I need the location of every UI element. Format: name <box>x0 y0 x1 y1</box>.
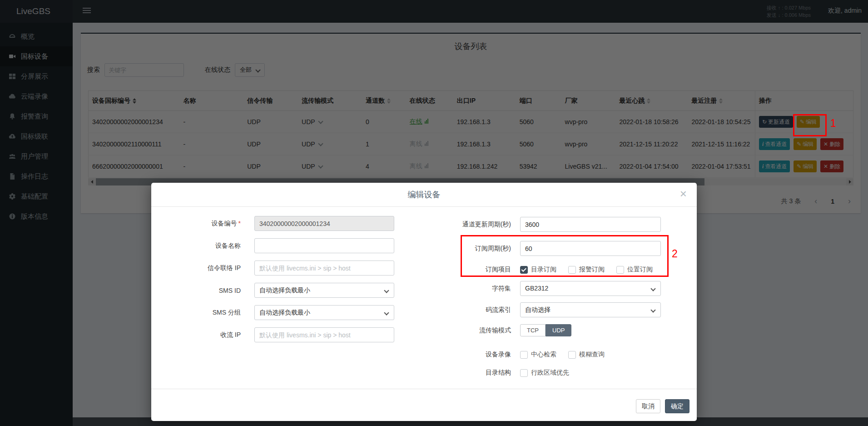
form-row-sms-group: SMS 分组 自动选择负载最小 <box>151 305 394 320</box>
livegbs-app: LiveGBS 概览 国标设备 分屏展示 云端录像 报警查询 <box>0 0 868 426</box>
cancel-button[interactable]: 取消 <box>636 399 660 413</box>
tcp-option-button[interactable]: TCP <box>520 324 546 336</box>
form-row-channel-period: 通道更新周期(秒) <box>433 217 661 232</box>
stream-index-select[interactable]: 自动选择 <box>520 302 661 317</box>
chevron-down-icon <box>384 288 389 293</box>
chevron-down-icon <box>384 310 389 315</box>
check-icon <box>521 267 526 272</box>
checkbox-directory-subscribe[interactable] <box>520 266 528 274</box>
edit-device-modal: 编辑设备 × 设备编号* 设备名称 信令联络 IP SMS ID 自动选择负载最… <box>151 183 697 421</box>
ok-button[interactable]: 确定 <box>665 399 689 413</box>
checkbox-admin-region-first[interactable] <box>520 369 528 377</box>
checkbox-fuzzy-query[interactable] <box>568 351 576 359</box>
device-id-field <box>254 216 394 231</box>
udp-option-button[interactable]: UDP <box>546 324 571 336</box>
stream-receive-ip-field[interactable] <box>254 327 394 342</box>
modal-footer: 取消 确定 <box>151 389 697 421</box>
stream-mode-toggle: TCP UDP <box>520 324 571 336</box>
chevron-down-icon <box>650 307 655 312</box>
form-row-signal-ip: 信令联络 IP <box>151 261 394 276</box>
checkbox-alarm-subscribe[interactable] <box>568 266 576 274</box>
form-row-stream-mode: 流传输模式 TCP UDP <box>433 324 571 336</box>
close-icon[interactable]: × <box>677 186 689 201</box>
subscribe-period-field[interactable] <box>520 241 661 256</box>
form-row-subscribe-items: 订阅项目 目录订阅 报警订阅 位置订阅 <box>433 265 653 274</box>
checkbox-center-search[interactable] <box>520 351 528 359</box>
signal-contact-ip-field[interactable] <box>254 261 394 276</box>
form-row-dir-structure: 目录结构 行政区域优先 <box>433 368 569 377</box>
form-row-recv-ip: 收流 IP <box>151 327 394 342</box>
form-row-sms-id: SMS ID 自动选择负载最小 <box>151 283 394 298</box>
form-row-device-record: 设备录像 中心检索 模糊查询 <box>433 350 605 359</box>
form-row-device-name: 设备名称 <box>151 238 394 253</box>
form-row-device-id: 设备编号* <box>151 216 394 231</box>
form-row-subscribe-period: 订阅周期(秒) <box>433 241 661 256</box>
sms-group-select[interactable]: 自动选择负载最小 <box>254 305 394 320</box>
device-name-field[interactable] <box>254 238 394 253</box>
required-asterisk: * <box>238 220 241 227</box>
sms-id-select[interactable]: 自动选择负载最小 <box>254 283 394 298</box>
modal-title: 编辑设备 <box>151 183 697 207</box>
form-row-charset: 字符集 GB2312 <box>433 281 661 296</box>
charset-select[interactable]: GB2312 <box>520 281 661 296</box>
chevron-down-icon <box>650 286 655 291</box>
form-row-stream-index: 码流索引 自动选择 <box>433 302 661 317</box>
channel-update-period-field[interactable] <box>520 217 661 232</box>
checkbox-position-subscribe[interactable] <box>616 266 624 274</box>
